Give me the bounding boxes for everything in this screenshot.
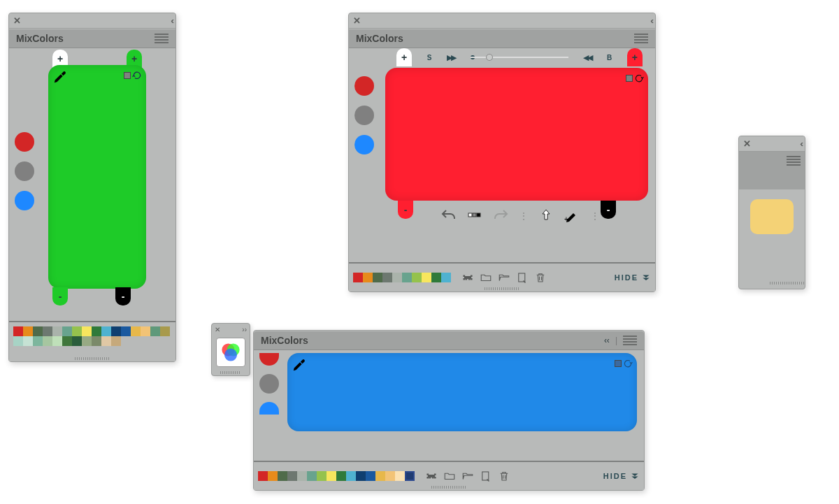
- app-dock[interactable]: ✕››: [211, 323, 250, 376]
- swatch[interactable]: [13, 326, 23, 336]
- swatch[interactable]: [412, 273, 422, 282]
- swatch[interactable]: [336, 471, 346, 481]
- grip-icon[interactable]: [75, 357, 110, 360]
- mix-area[interactable]: [287, 353, 637, 431]
- reset-icon[interactable]: [124, 69, 142, 82]
- grip-icon[interactable]: [220, 371, 241, 374]
- swatch[interactable]: [317, 471, 327, 481]
- swatch[interactable]: [297, 471, 307, 481]
- slider-thumb[interactable]: [486, 54, 493, 61]
- swatch[interactable]: [72, 326, 82, 336]
- close-icon[interactable]: ✕: [353, 15, 361, 26]
- reset-icon[interactable]: [615, 357, 633, 370]
- menu-icon[interactable]: [155, 34, 168, 43]
- swatch[interactable]: [52, 336, 62, 346]
- swatch[interactable]: [402, 273, 412, 282]
- swatch[interactable]: [121, 326, 131, 336]
- swatch[interactable]: [62, 326, 72, 336]
- source-dot-gray[interactable]: [15, 161, 34, 181]
- new-doc-icon[interactable]: [515, 271, 529, 285]
- hide-button[interactable]: HIDE: [615, 273, 651, 282]
- close-icon[interactable]: ✕: [743, 138, 751, 149]
- swatch[interactable]: [101, 336, 111, 346]
- tap-sub-tint[interactable]: -: [52, 287, 68, 305]
- swatch[interactable]: [382, 273, 392, 282]
- hide-button[interactable]: HIDE: [603, 471, 640, 481]
- swatch[interactable]: [82, 336, 92, 346]
- forward-icon[interactable]: ▶▶: [447, 53, 455, 62]
- swatch[interactable]: [375, 471, 385, 481]
- folder-open-icon[interactable]: [497, 271, 511, 285]
- swatch[interactable]: [373, 273, 382, 282]
- swatch[interactable]: [405, 471, 415, 481]
- swatch[interactable]: [160, 326, 170, 336]
- eyedropper-icon[interactable]: [52, 69, 68, 85]
- swatch[interactable]: [395, 471, 405, 481]
- folder-open-icon[interactable]: [461, 469, 475, 483]
- undo-icon[interactable]: [440, 208, 457, 224]
- source-dot-gray[interactable]: [259, 374, 279, 394]
- swatch[interactable]: [52, 326, 62, 336]
- collapse-icon[interactable]: ‹‹: [604, 336, 610, 345]
- invader-icon[interactable]: [424, 469, 438, 483]
- swatch[interactable]: [101, 326, 111, 336]
- swatch[interactable]: [92, 326, 101, 336]
- mix-area[interactable]: [385, 68, 648, 201]
- source-dot-red[interactable]: [354, 76, 374, 96]
- swatch[interactable]: [72, 336, 82, 346]
- swatch[interactable]: [431, 273, 441, 282]
- swatch[interactable]: [23, 336, 33, 346]
- swatch[interactable]: [327, 471, 336, 481]
- swatch[interactable]: [385, 471, 395, 481]
- collapse-icon[interactable]: ‹‹: [650, 15, 651, 26]
- folder-icon[interactable]: [479, 271, 493, 285]
- menu-icon[interactable]: [634, 34, 648, 43]
- swatch[interactable]: [287, 471, 297, 481]
- close-icon[interactable]: ✕: [215, 326, 220, 333]
- swatch[interactable]: [13, 336, 23, 346]
- tap-add-tint[interactable]: +: [627, 48, 643, 66]
- swatch[interactable]: [62, 336, 72, 346]
- source-dot-blue[interactable]: [354, 135, 374, 154]
- swatch[interactable]: [278, 471, 287, 481]
- swatch[interactable]: [82, 326, 92, 336]
- folder-icon[interactable]: [443, 469, 457, 483]
- redo-icon[interactable]: [493, 208, 510, 224]
- expand-icon[interactable]: ››: [242, 326, 247, 333]
- swatch[interactable]: [307, 471, 317, 481]
- swatch[interactable]: [422, 273, 431, 282]
- menu-icon[interactable]: [787, 156, 801, 166]
- swatch[interactable]: [33, 326, 43, 336]
- swatch[interactable]: [43, 336, 52, 346]
- close-icon[interactable]: ✕: [13, 15, 21, 26]
- tap-sub-tint[interactable]: -: [398, 201, 413, 219]
- source-dot-blue[interactable]: [15, 191, 34, 210]
- tap-add-white[interactable]: +: [396, 48, 412, 66]
- grip-icon[interactable]: [485, 287, 519, 290]
- grip-icon[interactable]: [431, 486, 466, 489]
- mix-area[interactable]: [48, 65, 146, 289]
- swatch[interactable]: [43, 326, 52, 336]
- titlebar[interactable]: ✕ ‹‹: [739, 136, 805, 152]
- eyedropper-icon[interactable]: [292, 357, 307, 373]
- invader-icon[interactable]: [461, 271, 475, 285]
- tap-sub-black[interactable]: -: [115, 287, 131, 305]
- swatch[interactable]: [33, 336, 43, 346]
- source-dot-red[interactable]: [15, 132, 34, 152]
- grid-icon[interactable]: [466, 208, 483, 224]
- trash-icon[interactable]: [533, 271, 547, 285]
- new-doc-icon[interactable]: [479, 469, 493, 483]
- mix-area[interactable]: [750, 199, 794, 234]
- swatch[interactable]: [141, 326, 150, 336]
- swatch[interactable]: [346, 471, 356, 481]
- swatch[interactable]: [441, 273, 451, 282]
- reset-icon[interactable]: [626, 72, 644, 85]
- grip-icon[interactable]: [770, 282, 805, 285]
- titlebar[interactable]: ✕ ‹‹: [349, 13, 655, 29]
- swatch[interactable]: [363, 273, 373, 282]
- swatch[interactable]: [258, 471, 268, 481]
- source-dot-gray[interactable]: [354, 106, 374, 125]
- menu-icon[interactable]: [623, 336, 637, 345]
- swatch[interactable]: [268, 471, 278, 481]
- swatch[interactable]: [356, 471, 366, 481]
